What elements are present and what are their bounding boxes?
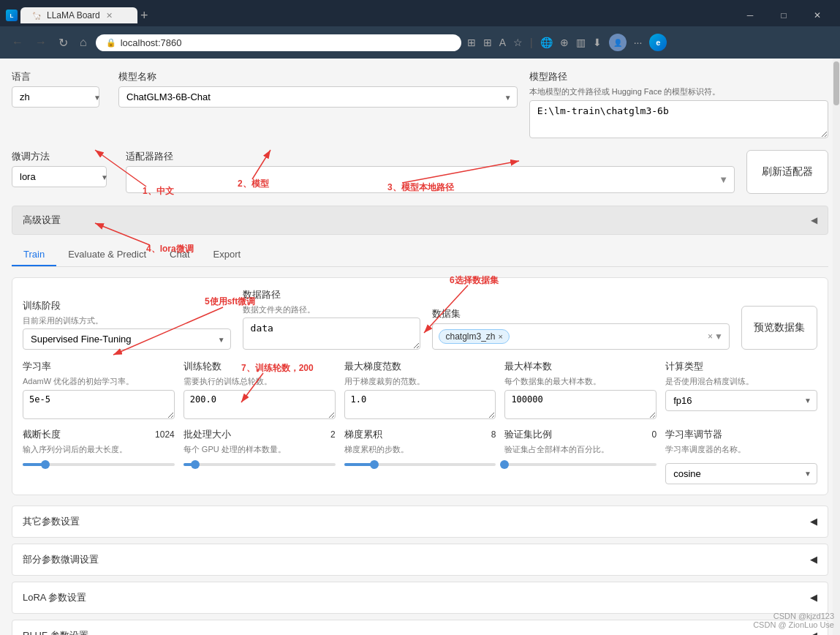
minimize-button[interactable]: ─ bbox=[733, 2, 767, 29]
other-params-chevron: ◀ bbox=[810, 516, 817, 527]
val-ratio-slider-track bbox=[504, 463, 657, 466]
finetune-method-select[interactable]: lora full freeze bbox=[12, 166, 107, 187]
download-icon[interactable]: ⬇ bbox=[593, 37, 602, 48]
new-tab-button[interactable]: + bbox=[140, 8, 148, 23]
model-path-input[interactable]: E:\lm-train\chatglm3-6b bbox=[529, 100, 828, 138]
text-icon[interactable]: A bbox=[499, 37, 506, 48]
star-icon[interactable]: ☆ bbox=[513, 37, 523, 48]
model-path-hint: 本地模型的文件路径或 Hugging Face 的模型标识符。 bbox=[529, 86, 828, 97]
max-samples-label: 最大样本数 bbox=[504, 360, 657, 373]
refresh-adapter-button[interactable]: 刷新适配器 bbox=[746, 150, 828, 194]
data-path-input[interactable]: data bbox=[243, 318, 421, 350]
learning-rate-input[interactable]: 5e-5 bbox=[23, 390, 175, 419]
lr-scheduler-hint: 学习率调度器的名称。 bbox=[665, 444, 817, 454]
model-name-label: 模型名称 bbox=[118, 70, 518, 83]
max-grad-norm-hint: 用于梯度裁剪的范数。 bbox=[344, 376, 496, 386]
batch-size-hint: 每个 GPU 处理的样本数量。 bbox=[183, 444, 336, 454]
globe-icon[interactable]: 🌐 bbox=[540, 37, 553, 48]
rlhf-params-section[interactable]: RLHF 参数设置 ◀ bbox=[12, 620, 828, 635]
watermark-line2: CSDN @ ZionLuo Use bbox=[753, 620, 834, 629]
scrollbar-thumb[interactable] bbox=[833, 61, 839, 105]
dataset-tag-close[interactable]: × bbox=[499, 332, 503, 341]
address-bar[interactable]: 🔒 localhost:7860 bbox=[96, 34, 461, 51]
model-name-select[interactable]: ChatGLM3-6B-Chat bbox=[118, 86, 518, 108]
max-grad-norm-group: 最大梯度范数 用于梯度裁剪的范数。 1.0 bbox=[344, 360, 496, 418]
more-icon[interactable]: ··· bbox=[634, 37, 643, 48]
refresh-button[interactable]: ↻ bbox=[56, 34, 71, 51]
learning-rate-group: 学习率 AdamW 优化器的初始学习率。 5e-5 bbox=[23, 360, 175, 418]
model-path-label: 模型路径 bbox=[529, 70, 828, 83]
dataset-label: 数据集 bbox=[432, 307, 730, 320]
adapter-path-input[interactable] bbox=[132, 170, 719, 189]
dataset-group: 数据集 chatglm3_zh × × ▼ bbox=[432, 307, 730, 350]
dataset-clear-icon[interactable]: × bbox=[708, 331, 713, 342]
tablet-icon[interactable]: ⊞ bbox=[467, 37, 476, 48]
apps-icon[interactable]: ⊞ bbox=[483, 37, 492, 48]
gradient-accum-slider-thumb[interactable] bbox=[370, 460, 379, 469]
max-grad-norm-input[interactable]: 1.0 bbox=[344, 390, 496, 419]
advanced-settings-header[interactable]: 高级设置 ◀ bbox=[12, 206, 828, 235]
sidebar-icon[interactable]: ▥ bbox=[576, 37, 586, 48]
tab-favicon: 🦙 bbox=[32, 12, 41, 20]
finetune-method-group: 微调方法 lora full freeze bbox=[12, 150, 114, 187]
url-text: localhost:7860 bbox=[121, 37, 182, 48]
tab-export[interactable]: Export bbox=[202, 244, 253, 266]
forward-button[interactable]: → bbox=[32, 34, 50, 50]
extensions-icon[interactable]: ⊕ bbox=[560, 37, 569, 48]
learning-rate-hint: AdamW 优化器的初始学习率。 bbox=[23, 376, 175, 386]
max-samples-input[interactable]: 100000 bbox=[504, 390, 657, 419]
preview-dataset-button[interactable]: 预览数据集 bbox=[741, 306, 817, 350]
dataset-tag: chatglm3_zh × bbox=[439, 329, 509, 344]
other-params-label: 其它参数设置 bbox=[23, 515, 80, 528]
compute-type-select-wrapper: fp16 bf16 fp32 bbox=[665, 390, 817, 411]
active-tab[interactable]: 🦙 LLaMA Board ✕ bbox=[20, 7, 137, 23]
advanced-settings-label: 高级设置 bbox=[23, 214, 61, 227]
cutoff-length-slider-thumb[interactable] bbox=[41, 460, 50, 469]
model-name-group: 模型名称 ChatGLM3-6B-Chat bbox=[118, 70, 518, 108]
compute-type-label: 计算类型 bbox=[665, 360, 817, 373]
epochs-input[interactable]: 200.0 bbox=[183, 390, 336, 419]
toolbar-actions: ⊞ ⊞ A ☆ | 🌐 ⊕ ▥ ⬇ 👤 ··· e bbox=[467, 34, 667, 51]
dataset-dropdown-btn[interactable]: × ▼ bbox=[708, 331, 723, 342]
batch-size-slider-thumb[interactable] bbox=[191, 460, 200, 469]
tab-evaluate[interactable]: Evaluate & Predict bbox=[56, 244, 158, 266]
home-button[interactable]: ⌂ bbox=[77, 34, 90, 50]
lr-scheduler-label: 学习率调节器 bbox=[665, 428, 817, 441]
tab-chat[interactable]: Chat bbox=[158, 244, 201, 266]
finetune-method-select-wrapper: lora full freeze bbox=[12, 166, 114, 187]
tab-close-icon[interactable]: ✕ bbox=[106, 11, 113, 20]
dataset-input[interactable]: chatglm3_zh × × ▼ bbox=[432, 323, 730, 350]
top-form-row: 语言 zh en 模型名称 ChatGLM3-6B-Chat bbox=[12, 70, 828, 138]
language-select[interactable]: zh en bbox=[12, 86, 99, 108]
profile-icon[interactable]: 👤 bbox=[609, 34, 627, 51]
lora-params-section[interactable]: LoRA 参数设置 ◀ bbox=[12, 582, 828, 614]
params-grid: 学习率 AdamW 优化器的初始学习率。 5e-5 训练轮数 需要执行的训练总轮… bbox=[23, 360, 817, 418]
dataset-dropdown-icon[interactable]: ▼ bbox=[714, 331, 723, 342]
data-path-hint: 数据文件夹的路径。 bbox=[243, 304, 421, 315]
watermark-line1: CSDN @kjzd123 bbox=[753, 612, 834, 620]
compute-type-select[interactable]: fp16 bf16 fp32 bbox=[665, 390, 817, 411]
lr-scheduler-group: 学习率调节器 学习率调度器的名称。 cosine linear bbox=[665, 428, 817, 484]
training-stage-select[interactable]: Supervised Fine-Tuning Pre-Training Rewa… bbox=[23, 328, 231, 350]
batch-size-value: 2 bbox=[330, 429, 336, 440]
back-button[interactable]: ← bbox=[9, 34, 26, 50]
lr-scheduler-select[interactable]: cosine linear bbox=[665, 463, 817, 484]
close-button[interactable]: ✕ bbox=[801, 2, 834, 29]
val-ratio-slider-thumb[interactable] bbox=[500, 460, 509, 469]
maximize-button[interactable]: □ bbox=[767, 2, 801, 29]
preview-group: 预览数据集 bbox=[741, 306, 817, 350]
partial-params-label: 部分参数微调设置 bbox=[23, 553, 99, 566]
tab-title: LLaMA Board bbox=[47, 10, 100, 20]
scrollbar[interactable] bbox=[833, 59, 840, 635]
lora-params-chevron: ◀ bbox=[810, 592, 817, 603]
compute-type-group: 计算类型 是否使用混合精度训练。 fp16 bf16 fp32 bbox=[665, 360, 817, 418]
adapter-path-dropdown[interactable]: ▼ bbox=[719, 174, 728, 185]
tab-train[interactable]: Train bbox=[12, 244, 56, 266]
batch-size-slider-track bbox=[183, 463, 336, 466]
other-params-section[interactable]: 其它参数设置 ◀ bbox=[12, 506, 828, 538]
partial-params-section[interactable]: 部分参数微调设置 ◀ bbox=[12, 544, 828, 576]
max-grad-norm-label: 最大梯度范数 bbox=[344, 360, 496, 373]
val-ratio-label: 验证集比例 bbox=[504, 428, 552, 441]
browser-toolbar: ← → ↻ ⌂ 🔒 localhost:7860 ⊞ ⊞ A ☆ | 🌐 ⊕ ▥… bbox=[0, 26, 840, 59]
epochs-label: 训练轮数 bbox=[183, 360, 336, 373]
